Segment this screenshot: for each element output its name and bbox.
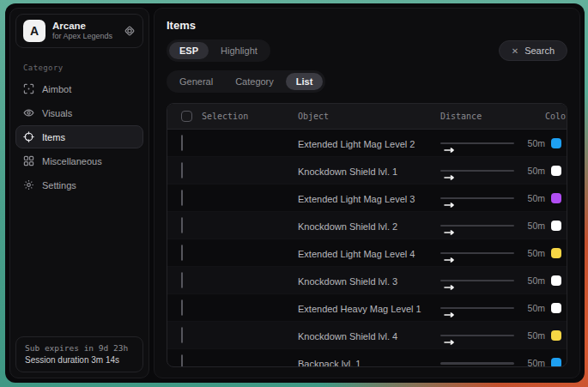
color-swatch[interactable] [551, 275, 561, 286]
sidebar-item-label: Visuals [42, 108, 72, 118]
tab-category[interactable]: Category [225, 73, 284, 90]
distance-value: 50m [528, 248, 545, 258]
distance-slider[interactable] [440, 304, 514, 312]
row-checkbox[interactable] [181, 217, 183, 233]
crosshair-icon [23, 83, 34, 94]
distance-slider[interactable] [440, 166, 514, 175]
sub-expiry-text: Sub expires in 9d 23h [25, 343, 134, 353]
table-row: Extended Heavy Mag Level 150m [167, 294, 567, 322]
table-row: Knockdown Shield lvl. 250m [167, 212, 567, 239]
slider-knob-icon[interactable] [444, 223, 455, 228]
table-row: Extended Light Mag Level 450m [167, 239, 567, 267]
tab-esp[interactable]: ESP [169, 42, 209, 59]
eye-icon [23, 107, 34, 118]
distance-value: 50m [528, 193, 545, 203]
distance-slider[interactable] [440, 331, 514, 340]
app-logo: A [23, 20, 45, 42]
column-header-distance: Distance [440, 112, 545, 121]
distance-slider[interactable] [440, 194, 514, 203]
sidebar-nav: AimbotVisualsItemsMiscellaneousSettings [10, 77, 149, 197]
distance-value: 50m [528, 221, 545, 231]
distance-slider[interactable] [440, 221, 514, 230]
table-row: Knockdown Shield lvl. 350m [167, 267, 567, 294]
page-title: Items [167, 19, 567, 32]
distance-slider[interactable] [440, 359, 514, 367]
table-row: Extended Light Mag Level 250m [167, 130, 567, 157]
color-swatch[interactable] [551, 221, 561, 231]
sidebar-item-settings[interactable]: Settings [15, 173, 143, 197]
slider-knob-icon[interactable] [444, 305, 455, 311]
table-header-row: Selection Object Distance Color [167, 104, 567, 130]
sidebar-item-visuals[interactable]: Visuals [15, 101, 143, 124]
slider-knob-icon[interactable] [444, 196, 455, 201]
grid-icon [23, 155, 34, 166]
distance-value: 50m [528, 303, 545, 313]
x-icon: ✕ [512, 46, 518, 56]
distance-value: 50m [528, 138, 545, 148]
distance-value: 50m [528, 358, 545, 367]
row-checkbox[interactable] [181, 327, 183, 343]
color-swatch[interactable] [551, 358, 561, 367]
app-title-block: Arcane for Apex Legends [52, 20, 117, 42]
object-name: Knockdown Shield lvl. 4 [298, 331, 397, 342]
distance-slider[interactable] [440, 276, 514, 285]
row-checkbox[interactable] [181, 162, 183, 178]
diamond-emblem-icon[interactable] [124, 25, 136, 37]
column-header-color: Color [545, 112, 567, 121]
distance-slider[interactable] [440, 139, 514, 148]
color-swatch[interactable] [551, 166, 561, 176]
search-button[interactable]: ✕ Search [499, 40, 567, 61]
sidebar-item-aimbot[interactable]: Aimbot [15, 77, 143, 100]
object-name: Knockdown Shield lvl. 2 [298, 221, 397, 232]
session-duration-text: Session duration 3m 14s [25, 355, 134, 365]
tab-general[interactable]: General [169, 73, 223, 90]
sidebar-item-items[interactable]: Items [15, 125, 143, 148]
object-name: Extended Heavy Mag Level 1 [298, 304, 421, 314]
sidebar-item-label: Aimbot [42, 84, 71, 94]
color-swatch[interactable] [551, 330, 561, 341]
slider-knob-icon[interactable] [444, 251, 455, 256]
app-subtitle: for Apex Legends [52, 32, 117, 42]
slider-knob-icon[interactable] [444, 168, 455, 173]
app-name: Arcane [52, 20, 117, 32]
slider-knob-icon[interactable] [444, 141, 455, 146]
slider-knob-icon[interactable] [444, 333, 455, 338]
color-swatch[interactable] [551, 193, 561, 203]
slider-knob-icon[interactable] [444, 278, 455, 283]
object-name: Extended Light Mag Level 3 [298, 194, 415, 204]
row-checkbox[interactable] [181, 135, 183, 151]
object-name: Knockdown Shield lvl. 1 [298, 166, 397, 177]
sidebar-item-miscellaneous[interactable]: Miscellaneous [15, 149, 143, 172]
row-checkbox[interactable] [181, 299, 183, 316]
mode-tabgroup: ESPHighlight [167, 39, 270, 62]
row-checkbox[interactable] [181, 190, 183, 206]
sidebar-header: A Arcane for Apex Legends [15, 14, 143, 48]
distance-value: 50m [528, 330, 545, 341]
object-name: Knockdown Shield lvl. 3 [298, 276, 397, 287]
distance-value: 50m [528, 166, 545, 176]
color-swatch[interactable] [551, 138, 561, 148]
view-tabgroup: GeneralCategoryList [167, 70, 325, 93]
app-window: A Arcane for Apex Legends Category Aimbo… [5, 3, 585, 383]
column-header-selection: Selection [202, 112, 248, 121]
search-button-label: Search [524, 45, 555, 56]
row-checkbox[interactable] [181, 354, 183, 367]
color-swatch[interactable] [551, 303, 561, 313]
object-name: Extended Light Mag Level 4 [298, 249, 415, 259]
distance-value: 50m [528, 275, 545, 286]
row-checkbox[interactable] [181, 245, 183, 261]
table-row: Knockdown Shield lvl. 150m [167, 157, 567, 184]
row-checkbox[interactable] [181, 272, 183, 288]
distance-slider[interactable] [440, 249, 514, 257]
sidebar: A Arcane for Apex Legends Category Aimbo… [9, 8, 149, 378]
table-row: Knockdown Shield lvl. 450m [167, 322, 567, 349]
sidebar-item-label: Miscellaneous [42, 156, 102, 166]
sidebar-item-label: Items [42, 132, 65, 142]
gear-icon [23, 179, 34, 190]
table-row: Backpack lvl. 150m [167, 349, 567, 367]
color-swatch[interactable] [551, 248, 561, 258]
select-all-checkbox[interactable] [181, 111, 192, 122]
tab-list[interactable]: List [286, 73, 324, 90]
slider-knob-icon[interactable] [444, 360, 455, 366]
tab-highlight[interactable]: Highlight [210, 42, 268, 59]
